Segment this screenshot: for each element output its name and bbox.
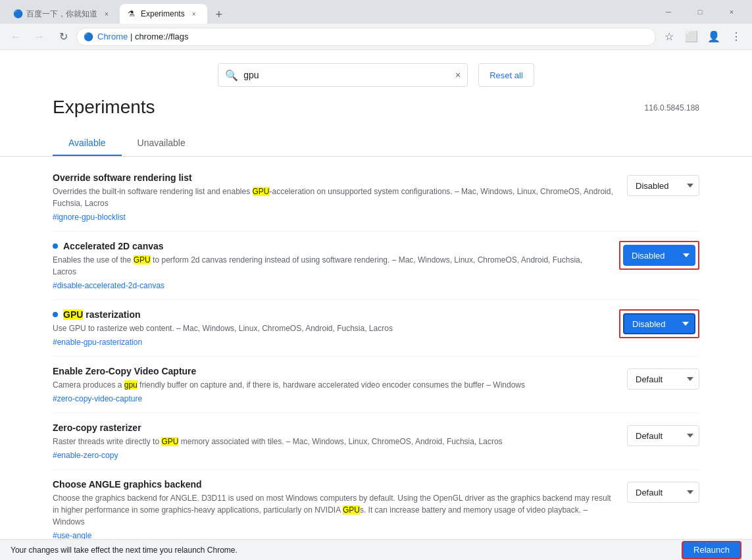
flag-name-3: GPU rasterization bbox=[63, 309, 140, 320]
profile-button[interactable]: 👤 bbox=[703, 26, 724, 47]
flag-info-6: Choose ANGLE graphics backend Choose the… bbox=[53, 479, 614, 540]
flag-info-5: Zero-copy rasterizer Raster threads writ… bbox=[53, 422, 614, 460]
address-separator: | bbox=[130, 32, 135, 41]
experiments-page: 🔍 × Reset all Experiments 116.0.5845.188… bbox=[0, 50, 752, 560]
flag-title-row-5: Zero-copy rasterizer bbox=[53, 422, 614, 433]
page-title: Experiments bbox=[53, 97, 155, 118]
menu-button[interactable]: ⋮ bbox=[726, 26, 747, 47]
maximize-button[interactable]: □ bbox=[685, 3, 715, 21]
page-header: Experiments 116.0.5845.188 bbox=[0, 97, 752, 131]
flag-item-override-software-rendering: Override software rendering list Overrid… bbox=[53, 163, 699, 232]
flag-item-zero-copy-rasterizer: Zero-copy rasterizer Raster threads writ… bbox=[53, 413, 699, 470]
tab-favicon-baidu: 🔵 bbox=[13, 9, 22, 18]
flag-dot-3 bbox=[53, 312, 58, 317]
flag-dropdown-1[interactable]: Disabled Default Enabled bbox=[627, 175, 699, 196]
flag-name-4: Enable Zero-Copy Video Capture bbox=[53, 366, 196, 376]
address-brand: Chrome bbox=[97, 32, 128, 41]
window-controls: ─ □ × bbox=[653, 3, 747, 21]
tabs-row: Available Unavailable bbox=[0, 131, 752, 157]
tab-strip: 🔵 百度一下，你就知道 × ⚗ Experiments × + bbox=[5, 0, 653, 24]
highlight-gpu-6: GPU bbox=[343, 505, 360, 515]
flag-link-5[interactable]: #enable-zero-copy bbox=[53, 451, 118, 460]
flag-dropdown-2[interactable]: Disabled Default Enabled bbox=[623, 245, 695, 266]
flag-link-2[interactable]: #disable-accelerated-2d-canvas bbox=[53, 281, 164, 290]
flag-item-gpu-rasterization: GPU rasterization Use GPU to rasterize w… bbox=[53, 300, 699, 357]
search-clear-button[interactable]: × bbox=[455, 70, 461, 80]
tab-title-experiments: Experiments bbox=[141, 9, 185, 18]
search-box[interactable]: 🔍 × bbox=[218, 63, 468, 87]
lock-icon: 🔵 bbox=[84, 32, 93, 41]
flag-info-3: GPU rasterization Use GPU to rasterize w… bbox=[53, 309, 606, 347]
flag-control-2: Disabled Default Enabled bbox=[619, 241, 699, 270]
version-text: 116.0.5845.188 bbox=[645, 97, 699, 113]
flag-item-accelerated-2d-canvas: Accelerated 2D canvas Enables the use of… bbox=[53, 232, 699, 300]
highlight-gpu-1: GPU bbox=[253, 187, 270, 196]
flag-item-zero-copy-video-capture: Enable Zero-Copy Video Capture Camera pr… bbox=[53, 357, 699, 413]
reset-all-button[interactable]: Reset all bbox=[478, 63, 534, 87]
flag-control-5: Default Disabled Enabled bbox=[627, 422, 699, 446]
search-icon: 🔍 bbox=[225, 69, 238, 82]
flag-dot-2 bbox=[53, 243, 58, 249]
new-tab-button[interactable]: + bbox=[210, 5, 228, 24]
address-bar[interactable]: 🔵 Chrome | chrome://flags bbox=[76, 28, 656, 46]
flag-title-row-4: Enable Zero-Copy Video Capture bbox=[53, 366, 614, 376]
flag-name-1: Override software rendering list bbox=[53, 172, 192, 183]
flag-desc-2: Enables the use of the GPU to perform 2d… bbox=[53, 254, 606, 278]
flag-dropdown-3[interactable]: Disabled Default Enabled bbox=[623, 313, 695, 334]
flag-control-6: Default Disabled Enabled bbox=[627, 479, 699, 503]
tab-favicon-experiments: ⚗ bbox=[128, 9, 137, 18]
flag-info-1: Override software rendering list Overrid… bbox=[53, 172, 614, 222]
flag-control-3: Disabled Default Enabled bbox=[619, 309, 699, 338]
tab-close-baidu[interactable]: × bbox=[101, 9, 112, 19]
relaunch-button[interactable]: Relaunch bbox=[682, 541, 741, 559]
flag-desc-1: Overrides the built-in software renderin… bbox=[53, 186, 614, 209]
flag-info-4: Enable Zero-Copy Video Capture Camera pr… bbox=[53, 366, 614, 403]
title-bar: 🔵 百度一下，你就知道 × ⚗ Experiments × + ─ □ × bbox=[0, 0, 752, 24]
status-message: Your changes will take effect the next t… bbox=[11, 546, 238, 555]
nav-actions: ☆ ⬜ 👤 ⋮ bbox=[659, 26, 747, 47]
flags-list: Override software rendering list Overrid… bbox=[0, 163, 752, 549]
flag-link-4[interactable]: #zero-copy-video-capture bbox=[53, 394, 142, 403]
bookmark-button[interactable]: ☆ bbox=[659, 26, 680, 47]
flag-info-2: Accelerated 2D canvas Enables the use of… bbox=[53, 241, 606, 290]
tab-title-baidu: 百度一下，你就知道 bbox=[26, 9, 97, 20]
flag-name-2: Accelerated 2D canvas bbox=[63, 241, 164, 251]
page-content[interactable]: 🔍 × Reset all Experiments 116.0.5845.188… bbox=[0, 50, 752, 560]
forward-button[interactable]: → bbox=[29, 26, 50, 47]
address-url: chrome://flags bbox=[135, 32, 189, 41]
extensions-button[interactable]: ⬜ bbox=[681, 26, 702, 47]
search-bar-row: 🔍 × Reset all bbox=[0, 50, 752, 97]
highlight-gpu-4: gpu bbox=[124, 380, 138, 390]
flag-dropdown-6[interactable]: Default Disabled Enabled bbox=[627, 482, 699, 503]
highlight-gpu-title-3: GPU bbox=[63, 309, 83, 320]
tab-experiments[interactable]: ⚗ Experiments × bbox=[120, 4, 207, 24]
close-button[interactable]: × bbox=[716, 3, 747, 21]
flag-control-1: Disabled Default Enabled bbox=[627, 172, 699, 196]
flag-desc-6: Choose the graphics backend for ANGLE. D… bbox=[53, 492, 614, 528]
highlight-gpu-5: GPU bbox=[161, 437, 178, 446]
flag-name-6: Choose ANGLE graphics backend bbox=[53, 479, 202, 490]
tab-baidu[interactable]: 🔵 百度一下，你就知道 × bbox=[5, 4, 120, 24]
flag-control-4: Default Disabled Enabled bbox=[627, 366, 699, 390]
flag-desc-3: Use GPU to rasterize web content. – Mac,… bbox=[53, 322, 606, 334]
minimize-button[interactable]: ─ bbox=[653, 3, 684, 21]
back-button[interactable]: ← bbox=[5, 26, 26, 47]
flag-link-1[interactable]: #ignore-gpu-blocklist bbox=[53, 213, 126, 222]
flag-dropdown-4[interactable]: Default Disabled Enabled bbox=[627, 369, 699, 390]
flag-dropdown-5[interactable]: Default Disabled Enabled bbox=[627, 425, 699, 446]
status-bar: Your changes will take effect the next t… bbox=[0, 539, 752, 560]
tab-available[interactable]: Available bbox=[53, 131, 122, 156]
nav-bar: ← → ↻ 🔵 Chrome | chrome://flags ☆ ⬜ 👤 ⋮ bbox=[0, 24, 752, 50]
search-input[interactable] bbox=[243, 70, 450, 80]
tab-close-experiments[interactable]: × bbox=[189, 9, 199, 19]
flag-name-5: Zero-copy rasterizer bbox=[53, 422, 141, 433]
browser-frame: 🔵 百度一下，你就知道 × ⚗ Experiments × + ─ □ × ← … bbox=[0, 0, 752, 560]
flag-title-row-2: Accelerated 2D canvas bbox=[53, 241, 606, 251]
flag-title-row-3: GPU rasterization bbox=[53, 309, 606, 320]
tab-unavailable[interactable]: Unavailable bbox=[122, 131, 201, 156]
flag-link-3[interactable]: #enable-gpu-rasterization bbox=[53, 338, 142, 347]
address-text: Chrome | chrome://flags bbox=[97, 32, 649, 41]
flag-title-row-1: Override software rendering list bbox=[53, 172, 614, 183]
flag-title-row-6: Choose ANGLE graphics backend bbox=[53, 479, 614, 490]
refresh-button[interactable]: ↻ bbox=[53, 26, 74, 47]
